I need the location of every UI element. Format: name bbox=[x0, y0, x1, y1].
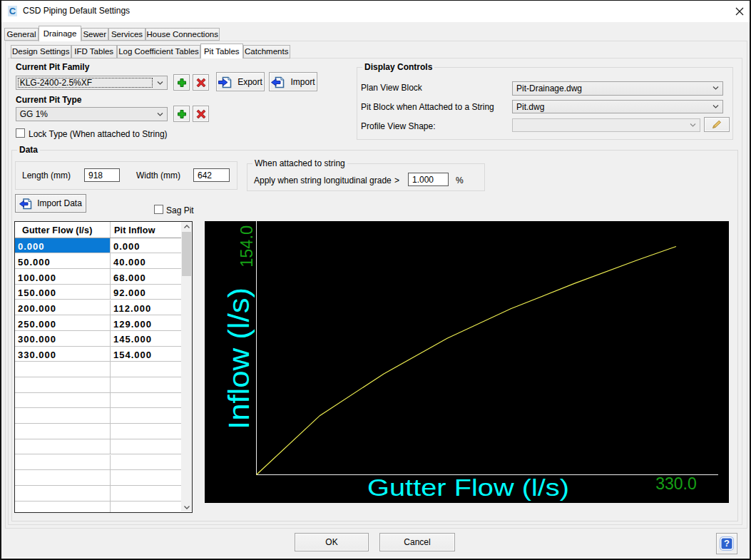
svg-text:154.0: 154.0 bbox=[237, 225, 256, 268]
svg-text:Gutter Flow (l/s): Gutter Flow (l/s) bbox=[367, 474, 569, 501]
svg-text:Inflow (l/s): Inflow (l/s) bbox=[223, 287, 255, 429]
svg-text:330.0: 330.0 bbox=[655, 474, 697, 493]
